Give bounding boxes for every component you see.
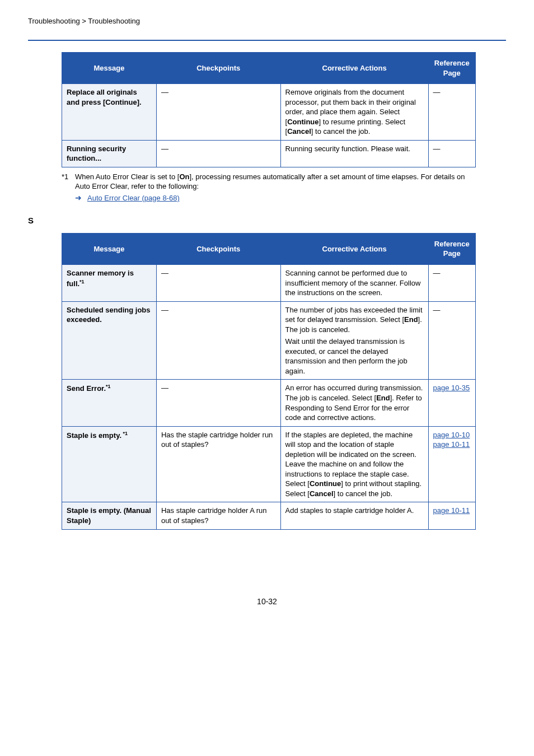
table-row: Staple is empty. (Manual Staple) Has sta… (62, 502, 476, 529)
col-reference: Reference Page (428, 233, 475, 264)
table-row: Running security function... ― Running s… (62, 140, 476, 167)
cell-message: Replace all originals and press [Continu… (62, 84, 157, 141)
col-actions: Corrective Actions (280, 233, 428, 264)
cell-checkpoints: ― (156, 84, 280, 141)
col-actions: Corrective Actions (280, 53, 428, 84)
col-reference: Reference Page (428, 53, 475, 84)
ref-link[interactable]: page 10-10 (433, 431, 470, 439)
cell-actions: The number of jobs has exceeded the limi… (280, 301, 428, 380)
cell-reference: page 10-10 page 10-11 (428, 426, 475, 502)
cell-actions: Running security function. Please wait. (280, 140, 428, 167)
header-rule (28, 40, 506, 41)
col-message: Message (62, 53, 157, 84)
cell-checkpoints: ― (156, 380, 280, 426)
cell-actions: Scanning cannot be performed due to insu… (280, 265, 428, 302)
col-checkpoints: Checkpoints (156, 53, 280, 84)
cell-message: Staple is empty. *1 (62, 426, 157, 502)
table-row: Send Error.*1 ― An error has occurred du… (62, 380, 476, 426)
auto-error-clear-link[interactable]: Auto Error Clear (page 8-68) (87, 193, 180, 203)
cell-actions: An error has occurred during transmissio… (280, 380, 428, 426)
cell-message: Scheduled sending jobs exceeded. (62, 301, 157, 380)
cell-checkpoints: ― (156, 301, 280, 380)
table-row: Staple is empty. *1 Has the staple cartr… (62, 426, 476, 502)
troubleshooting-table-r: Message Checkpoints Corrective Actions R… (62, 52, 476, 167)
footnote-1: *1 When Auto Error Clear is set to [On],… (62, 171, 476, 203)
table-row: Replace all originals and press [Continu… (62, 84, 476, 141)
cell-reference: ― (428, 140, 475, 167)
ref-link[interactable]: page 10-11 (433, 506, 470, 515)
cell-message: Running security function... (62, 140, 157, 167)
cell-actions: If the staples are depleted, the machine… (280, 426, 428, 502)
footnote-mark: *1 (62, 172, 75, 192)
footnote-text: When Auto Error Clear is set to [On], pr… (75, 172, 476, 192)
cell-reference: ― (428, 301, 475, 380)
cell-message: Staple is empty. (Manual Staple) (62, 502, 157, 529)
cell-reference: page 10-35 (428, 380, 475, 426)
troubleshooting-table-s: Message Checkpoints Corrective Actions R… (62, 233, 476, 530)
col-checkpoints: Checkpoints (156, 233, 280, 264)
cell-checkpoints: Has the staple cartridge holder run out … (156, 426, 280, 502)
cell-actions: Add staples to staple cartridge holder A… (280, 502, 428, 529)
col-message: Message (62, 233, 157, 264)
table-row: Scanner memory is full.*1 ― Scanning can… (62, 265, 476, 302)
cell-reference: ― (428, 265, 475, 302)
cell-reference: page 10-11 (428, 502, 475, 529)
cell-checkpoints: ― (156, 140, 280, 167)
ref-link[interactable]: page 10-11 (433, 440, 470, 449)
cell-message: Scanner memory is full.*1 (62, 265, 157, 302)
arrow-right-icon: ➜ (75, 193, 82, 203)
cell-message: Send Error.*1 (62, 380, 157, 426)
table-header-row: Message Checkpoints Corrective Actions R… (62, 233, 476, 264)
ref-link[interactable]: page 10-35 (433, 384, 470, 392)
cell-actions: Remove originals from the document proce… (280, 84, 428, 141)
cell-reference: ― (428, 84, 475, 141)
table-header-row: Message Checkpoints Corrective Actions R… (62, 53, 476, 84)
cell-checkpoints: Has staple cartridge holder A run out of… (156, 502, 280, 529)
cell-checkpoints: ― (156, 265, 280, 302)
table-row: Scheduled sending jobs exceeded. ― The n… (62, 301, 476, 380)
page-number: 10-32 (28, 597, 506, 606)
breadcrumb: Troubleshooting > Troubleshooting (28, 17, 506, 30)
section-heading-s: S (28, 216, 506, 225)
